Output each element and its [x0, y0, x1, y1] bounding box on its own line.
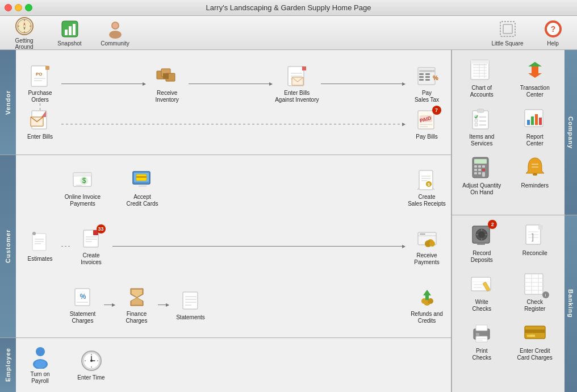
- enter-credit-card-item[interactable]: Enter CreditCard Charges: [510, 318, 561, 364]
- check-register-icon: i: [522, 271, 548, 297]
- little-square-icon: [497, 19, 518, 39]
- svg-rect-161: [477, 243, 485, 245]
- svg-rect-31: [302, 66, 306, 70]
- check-register-info: i: [542, 291, 549, 298]
- purchase-orders-item[interactable]: PO PurchaseOrders: [19, 64, 61, 103]
- svg-rect-181: [476, 333, 479, 336]
- finance-charges-item[interactable]: FinanceCharges: [115, 285, 158, 324]
- create-invoices-label: CreateInvoices: [81, 252, 102, 266]
- pay-bills-item[interactable]: 7 PAID Pay Bills: [405, 108, 448, 140]
- statement-charges-icon: %: [71, 285, 95, 309]
- receive-payments-item[interactable]: ReceivePayments: [405, 227, 448, 266]
- receive-payments-label: ReceivePayments: [414, 252, 439, 266]
- refunds-credits-item[interactable]: Refunds andCredits: [405, 285, 448, 324]
- items-services-item[interactable]: Items andServices: [457, 103, 507, 149]
- community-label: Community: [101, 40, 129, 47]
- reconcile-item[interactable]: ] Reconcile: [510, 220, 561, 266]
- check-register-label: CheckRegister: [524, 299, 545, 312]
- employee-label: Employee: [0, 338, 16, 392]
- svg-rect-143: [478, 165, 481, 168]
- online-invoice-payments-item[interactable]: $ Online InvoicePayments: [61, 168, 104, 207]
- customer-label: Customer: [0, 155, 16, 337]
- accept-credit-cards-item[interactable]: AcceptCredit Cards: [121, 168, 164, 207]
- enter-time-item[interactable]: Enter Time: [70, 349, 112, 381]
- enter-bills-icon: [28, 108, 52, 132]
- record-deposits-item[interactable]: 2 RecordDeposits: [457, 220, 507, 266]
- company-content: Chart ofAccounts TransactionCenter: [452, 50, 577, 203]
- svg-text:%: %: [433, 74, 438, 81]
- estimates-icon: [28, 230, 52, 254]
- receive-inventory-icon: [155, 64, 179, 88]
- getting-around-button[interactable]: Getting Around: [6, 16, 43, 50]
- write-checks-item[interactable]: WriteChecks: [457, 269, 507, 315]
- svg-rect-151: [533, 173, 537, 176]
- statements-item[interactable]: Statements: [169, 289, 212, 321]
- refunds-credits-label: Refunds andCredits: [411, 311, 443, 324]
- pay-bills-icon: 7 PAID: [415, 108, 439, 132]
- svg-rect-148: [474, 172, 477, 174]
- create-invoices-item[interactable]: 33 CreateInvoices: [70, 227, 112, 266]
- little-square-button[interactable]: Little Square: [489, 19, 526, 47]
- create-sales-receipts-item[interactable]: $ CreateSales Receipts: [405, 168, 448, 207]
- estimates-item[interactable]: Estimates: [19, 230, 61, 262]
- svg-rect-138: [535, 114, 538, 125]
- check-register-item[interactable]: i CheckRegister: [510, 269, 561, 315]
- enter-bills-item[interactable]: Enter Bills: [19, 108, 61, 140]
- enter-credit-card-label: Enter CreditCard Charges: [517, 348, 553, 361]
- svg-text:?: ?: [550, 24, 555, 34]
- adjust-quantity-label: Adjust QuantityOn Hand: [462, 182, 501, 196]
- chart-of-accounts-label: Chart ofAccounts: [470, 85, 494, 98]
- svg-point-85: [429, 241, 435, 247]
- snapshot-label: Snapshot: [57, 40, 81, 47]
- snapshot-button[interactable]: Snapshot: [51, 19, 88, 47]
- vendor-label: Vendor: [0, 50, 16, 155]
- chart-of-accounts-item[interactable]: Chart ofAccounts: [457, 55, 507, 101]
- transaction-center-item[interactable]: TransactionCenter: [510, 55, 561, 101]
- pay-sales-tax-label: PaySales Tax: [415, 90, 439, 103]
- print-checks-item[interactable]: PrintChecks: [457, 318, 507, 364]
- svg-rect-137: [531, 116, 534, 125]
- svg-rect-43: [425, 79, 430, 81]
- svg-rect-131: [475, 119, 478, 122]
- svg-rect-146: [478, 169, 481, 171]
- turn-on-payroll-item[interactable]: Turn onPayroll: [19, 345, 61, 385]
- svg-point-112: [90, 360, 93, 362]
- main-content: Vendor PO: [0, 50, 577, 392]
- print-checks-icon: [469, 320, 495, 346]
- svg-rect-10: [69, 26, 72, 35]
- reconcile-label: Reconcile: [522, 250, 547, 257]
- community-button[interactable]: Community: [97, 19, 133, 47]
- report-center-item[interactable]: ReportCenter: [510, 103, 561, 149]
- svg-rect-42: [425, 76, 430, 78]
- vendor-row-content: PO PurchaseOrders ▶: [16, 50, 451, 155]
- receive-payments-icon: [415, 227, 439, 251]
- minimize-button[interactable]: [15, 4, 22, 11]
- workflow-section: Vendor PO: [0, 50, 452, 392]
- items-services-label: Items andServices: [469, 134, 494, 147]
- compass-icon: [14, 16, 35, 36]
- vendor-row: Vendor PO: [0, 50, 451, 155]
- help-icon: ?: [543, 19, 563, 39]
- write-checks-label: WriteChecks: [473, 299, 491, 312]
- adjust-quantity-item[interactable]: Adjust QuantityOn Hand: [457, 152, 507, 198]
- svg-rect-150: [482, 172, 485, 177]
- maximize-button[interactable]: [25, 4, 32, 11]
- reminders-item[interactable]: Reminders: [510, 152, 561, 198]
- toolbar-left: Getting Around Snapshot: [6, 16, 133, 50]
- receive-inventory-item[interactable]: ReceiveInventory: [146, 64, 189, 103]
- statement-charges-item[interactable]: % StatementCharges: [61, 285, 104, 324]
- pay-sales-tax-item[interactable]: % PaySales Tax: [405, 64, 448, 103]
- close-button[interactable]: [5, 4, 12, 11]
- svg-rect-37: [419, 70, 435, 72]
- enter-bills-inventory-label: Enter BillsAgainst Inventory: [275, 90, 319, 103]
- svg-rect-64: [419, 170, 433, 190]
- toolbar-right: Little Square ? Help: [489, 19, 571, 47]
- help-button[interactable]: ? Help: [534, 19, 571, 47]
- svg-point-71: [32, 232, 36, 235]
- svg-rect-40: [419, 79, 424, 81]
- record-deposits-icon: 2: [469, 222, 495, 248]
- svg-rect-11: [73, 24, 76, 35]
- accept-credit-cards-label: AcceptCredit Cards: [126, 194, 158, 207]
- enter-bills-inventory-item[interactable]: Enter BillsAgainst Inventory: [273, 64, 321, 103]
- svg-rect-149: [478, 172, 481, 174]
